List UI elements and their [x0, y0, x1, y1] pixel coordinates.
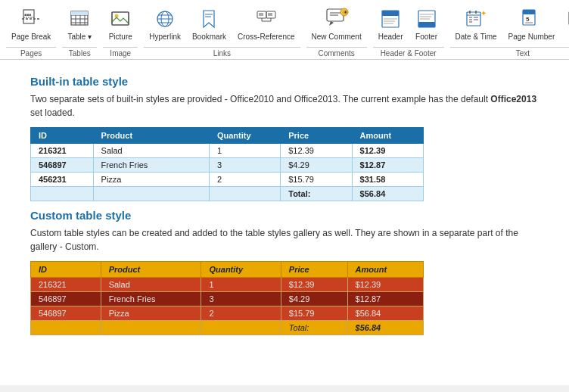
builtin-col-amount: Amount	[352, 128, 423, 144]
header-button[interactable]: Header	[373, 3, 409, 45]
tables-group-label: Tables	[62, 47, 97, 59]
custom-total-empty	[31, 321, 101, 335]
page-number-label: Page Number	[508, 33, 555, 42]
ribbon-group-tables: Table ▾ Tables	[62, 3, 97, 59]
builtin-cell: $12.39	[352, 144, 423, 158]
page-number-button[interactable]: 5 Page Number	[503, 3, 561, 45]
builtin-header-row: ID Product Quantity Price Amount	[31, 128, 424, 144]
builtin-cell: 456231	[31, 173, 94, 187]
builtin-total-row: Total: $56.84	[31, 187, 424, 201]
custom-cell: Salad	[101, 278, 201, 292]
builtin-total-empty	[209, 187, 280, 201]
builtin-desc-text2: set loaded.	[30, 107, 75, 118]
custom-total-row: Total: $56.84	[31, 321, 424, 335]
builtin-col-product: Product	[93, 128, 209, 144]
custom-cell: 1	[201, 278, 281, 292]
builtin-section: Built-in table style Two separate sets o…	[30, 75, 539, 201]
custom-total-value: $56.84	[347, 321, 423, 335]
picture-button[interactable]: Picture	[103, 3, 138, 45]
ribbon-group-links: Hyperlink Bookmark	[144, 3, 300, 59]
custom-cell: Pizza	[101, 306, 201, 321]
builtin-col-id: ID	[31, 128, 94, 144]
svg-rect-44	[418, 22, 435, 27]
svg-text:5: 5	[526, 16, 530, 23]
svg-rect-48	[467, 12, 480, 26]
footer-label: Footer	[415, 33, 437, 42]
builtin-cell: $4.29	[281, 158, 352, 173]
svg-text:☀: ☀	[342, 9, 347, 16]
picture-label: Picture	[109, 33, 132, 42]
builtin-cell: 3	[209, 158, 280, 173]
custom-col-amount: Amount	[347, 262, 423, 278]
builtin-title: Built-in table style	[30, 75, 539, 88]
hyperlink-icon	[153, 7, 177, 31]
cross-reference-button[interactable]: Cross-Reference	[232, 3, 300, 45]
builtin-col-quantity: Quantity	[209, 128, 280, 144]
custom-title: Custom table style	[30, 209, 539, 222]
custom-cell: 3	[201, 292, 281, 306]
svg-marker-20	[204, 11, 214, 27]
custom-cell: $4.29	[281, 292, 347, 306]
builtin-table: ID Product Quantity Price Amount 216321 …	[30, 127, 424, 201]
builtin-cell: Salad	[93, 144, 209, 158]
custom-cell: $12.39	[347, 278, 423, 292]
custom-row-1: 216321 Salad 1 $12.39 $12.39	[31, 278, 424, 292]
custom-cell: $15.79	[281, 306, 347, 321]
content-area: Built-in table style Two separate sets o…	[0, 60, 569, 385]
custom-table: ID Product Quantity Price Amount 216321 …	[30, 261, 424, 335]
custom-row-2: 546897 French Fries 3 $4.29 $12.87	[31, 292, 424, 306]
custom-col-quantity: Quantity	[201, 262, 281, 278]
custom-section: Custom table style Custom table styles c…	[30, 209, 539, 335]
header-label: Header	[378, 33, 403, 42]
page-break-button[interactable]: ■■■ Page Break	[6, 3, 56, 45]
footer-button[interactable]: Footer	[409, 3, 444, 45]
builtin-cell: $15.79	[281, 173, 352, 187]
footer-icon	[415, 7, 439, 31]
builtin-cell: Pizza	[93, 173, 209, 187]
builtin-total-value: $56.84	[352, 187, 423, 201]
builtin-cell: $12.39	[281, 144, 352, 158]
builtin-total-label: Total:	[281, 187, 352, 201]
ribbon-group-image: Picture Image	[103, 3, 138, 59]
custom-cell: 546897	[31, 292, 101, 306]
custom-cell: 546897	[31, 306, 101, 321]
builtin-cell: French Fries	[93, 158, 209, 173]
svg-marker-33	[329, 21, 334, 26]
builtin-cell: 216321	[31, 144, 94, 158]
pages-group-label: Pages	[6, 47, 56, 59]
bookmark-button[interactable]: Bookmark	[187, 3, 232, 45]
builtin-desc-text1: Two separate sets of built-in styles are…	[30, 94, 490, 104]
svg-rect-59	[523, 10, 535, 14]
cross-reference-label: Cross-Reference	[238, 33, 295, 42]
new-comment-button[interactable]: ☀ New Comment	[306, 3, 367, 45]
table-button[interactable]: Table ▾	[62, 3, 97, 45]
datetime-icon: ✦	[464, 7, 488, 31]
date-time-button[interactable]: ✦ Date & Time	[450, 3, 502, 45]
table-label: Table ▾	[67, 33, 92, 42]
builtin-total-empty	[93, 187, 209, 201]
comments-group-label: Comments	[306, 47, 367, 59]
custom-header-row: ID Product Quantity Price Amount	[31, 262, 424, 278]
ribbon-group-comments: ☀ New Comment Comments	[306, 3, 367, 59]
custom-cell: $56.84	[347, 306, 423, 321]
custom-col-id: ID	[31, 262, 101, 278]
svg-rect-12	[112, 12, 129, 25]
hyperlink-label: Hyperlink	[149, 33, 181, 42]
bookmark-label: Bookmark	[192, 33, 226, 42]
headerfooter-group-label: Header & Footer	[373, 47, 444, 59]
builtin-desc-bold: Office2013	[490, 94, 536, 104]
builtin-cell: 546897	[31, 158, 94, 173]
page-break-label: Page Break	[11, 33, 51, 42]
builtin-total-empty	[31, 187, 94, 201]
builtin-row-3: 456231 Pizza 2 $15.79 $31.58	[31, 173, 424, 187]
ribbon-groups: ■■■ Page Break Pages	[6, 3, 563, 59]
custom-col-price: Price	[281, 262, 347, 278]
picture-icon	[108, 7, 132, 31]
hyperlink-button[interactable]: Hyperlink	[144, 3, 186, 45]
builtin-row-1: 216321 Salad 1 $12.39 $12.39	[31, 144, 424, 158]
ribbon-group-pages: ■■■ Page Break Pages	[6, 3, 56, 59]
custom-total-label: Total:	[281, 321, 347, 335]
comment-icon: ☀	[325, 7, 349, 31]
ribbon: ■■■ Page Break Pages	[0, 0, 569, 60]
code-button[interactable]: </> Code	[561, 3, 569, 45]
